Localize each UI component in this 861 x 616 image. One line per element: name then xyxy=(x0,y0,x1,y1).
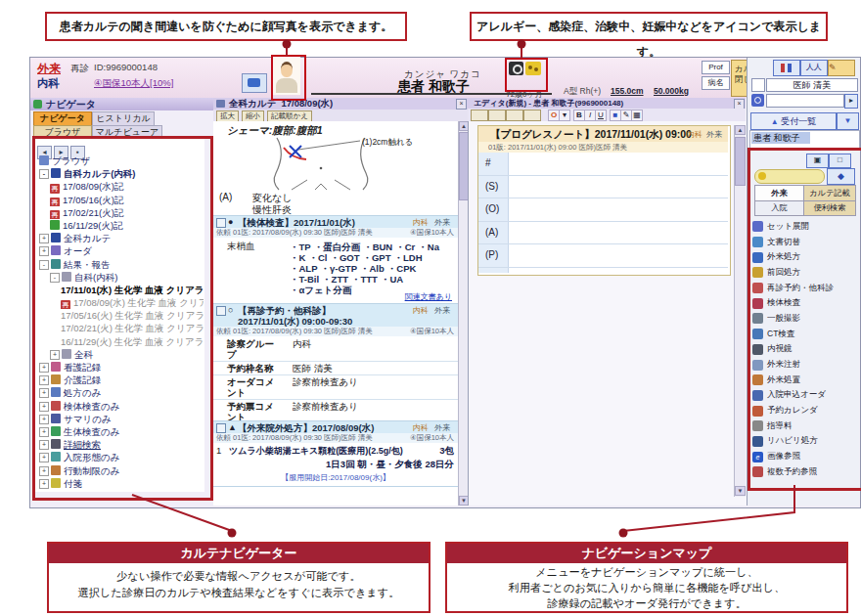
toolbar-button[interactable] xyxy=(488,110,506,121)
tree-item[interactable]: +行動制限のみ xyxy=(37,464,204,477)
tree-item[interactable]: +生体検査のみ xyxy=(37,425,204,438)
tree-expander-icon[interactable]: - xyxy=(50,273,60,283)
navmap-item[interactable]: 外来処置 xyxy=(752,373,856,388)
navmap-item[interactable]: 前回処方 xyxy=(752,265,856,281)
navmap-item[interactable]: e画像参照 xyxy=(752,449,856,464)
tree-item[interactable]: +全科 xyxy=(37,348,204,361)
tree-item[interactable]: -自科カルテ(内科) xyxy=(37,167,204,180)
allergy-status-icon[interactable] xyxy=(525,62,541,75)
navmap-item[interactable]: 外来処方 xyxy=(752,249,856,265)
navmap-restore-button[interactable]: □ xyxy=(829,154,851,168)
tab-karte-entry[interactable]: カルテ記載 xyxy=(803,185,856,201)
tree-expander-icon[interactable]: + xyxy=(39,427,49,437)
section-checkbox-icon[interactable] xyxy=(216,423,226,433)
toolbar-button[interactable] xyxy=(506,110,523,121)
profile-button[interactable]: Prof xyxy=(702,61,730,74)
tree-expander-icon[interactable]: - xyxy=(39,169,49,179)
scroll-down-icon[interactable]: ▼ xyxy=(735,486,746,496)
navmap-item[interactable]: 入院申込オーダ xyxy=(752,388,856,404)
soap-row[interactable]: (O) xyxy=(478,198,728,222)
section-prescription-header[interactable]: ▲ 【外来院外処方】2017/08/09(水) 内科 外来 xyxy=(213,420,458,434)
tab-historical[interactable]: ヒストリカル xyxy=(92,111,155,126)
navmap-item[interactable]: セット展開 xyxy=(752,219,856,235)
soap-row[interactable]: (P) xyxy=(478,244,728,268)
tree-expander-icon[interactable]: - xyxy=(39,260,49,270)
tree-item[interactable]: +処方のみ xyxy=(37,386,204,399)
editor-scrollbar[interactable]: ▲ ▼ xyxy=(734,125,746,497)
tree-item[interactable]: -結果・報告 xyxy=(37,258,204,271)
tab-browser[interactable]: ブラウザ xyxy=(33,125,92,140)
toolbar-button[interactable] xyxy=(523,110,541,121)
tab-navigator[interactable]: ナビゲータ xyxy=(33,111,92,126)
photo-tool-button[interactable] xyxy=(242,73,267,93)
tree-item[interactable]: +付箋 xyxy=(37,477,204,490)
tree-item[interactable]: -自科(内科) xyxy=(37,271,204,284)
tree-item[interactable]: ブラウザ xyxy=(37,154,204,167)
tree-expander-icon[interactable]: + xyxy=(39,246,49,256)
close-icon[interactable]: × xyxy=(456,99,467,110)
patient-height[interactable]: 155.0cm xyxy=(611,86,644,96)
navmap-item[interactable]: CT検査 xyxy=(752,327,856,342)
tab-inpatient[interactable]: 入院 xyxy=(754,200,804,216)
tree-item[interactable]: +全科カルテ xyxy=(37,232,204,244)
underline-icon[interactable]: U xyxy=(595,110,607,121)
tree-item[interactable]: 再17/02/21(火)記 xyxy=(37,206,204,219)
navmap-item[interactable]: 一般撮影 xyxy=(752,311,856,327)
tree-item[interactable]: +詳細検索 xyxy=(37,438,204,451)
tree-item[interactable]: 16/11/29(火) 生化学 血液 クリアランス xyxy=(37,335,204,348)
tree-item[interactable]: +介護記録 xyxy=(37,374,204,386)
scroll-up-icon[interactable]: ▲ xyxy=(735,125,746,135)
patient-weight[interactable]: 50.000kg xyxy=(654,86,689,96)
tree-item[interactable]: +入院形態のみ xyxy=(37,451,204,463)
tree-expander-icon[interactable]: + xyxy=(39,466,49,476)
navmap-window-button[interactable]: ▣ xyxy=(806,154,829,168)
patient-search-input[interactable] xyxy=(766,94,844,108)
tree-expander-icon[interactable]: + xyxy=(39,402,49,412)
tree-expander-icon[interactable]: + xyxy=(39,415,49,424)
tree-item[interactable]: 17/05/16(火) 生化学 血液 クリアランス xyxy=(37,309,204,322)
navmap-item[interactable]: リハビリ処方 xyxy=(752,434,856,450)
navmap-favorite-bar[interactable] xyxy=(754,169,825,184)
tree-item[interactable]: 16/11/29(火)記 xyxy=(37,219,204,232)
tab-quick-search[interactable]: 便利検索 xyxy=(803,200,856,216)
section-lab-header[interactable]: ● 【検体検査】2017/11/01(水) 内科 外来 xyxy=(213,215,458,229)
navmap-item[interactable]: 内視鏡 xyxy=(752,342,856,358)
tree-expander-icon[interactable]: + xyxy=(39,375,49,385)
tree-expander-icon[interactable]: + xyxy=(39,363,49,373)
tab-multiviewer[interactable]: マルチビューア xyxy=(92,125,162,140)
tree-item[interactable]: +オーダ xyxy=(37,244,204,257)
navmap-item[interactable]: 検体検査 xyxy=(752,295,856,311)
insurance-label[interactable]: ④国保10本人[10%] xyxy=(94,77,173,90)
pregnancy-status-icon[interactable] xyxy=(509,62,523,75)
tree-item[interactable]: +看護記録 xyxy=(37,361,204,374)
edit-tool-button[interactable]: ✎ xyxy=(828,60,855,76)
patient-photo[interactable] xyxy=(273,57,300,95)
navmap-item[interactable]: 文書切替 xyxy=(752,235,856,250)
chart-tool-button[interactable] xyxy=(773,60,800,76)
tree-item[interactable]: 再17/05/16(火)記 xyxy=(37,194,204,206)
navmap-item[interactable]: 外来注射 xyxy=(752,357,856,373)
tree-item[interactable]: 再17/08/09(水)記 xyxy=(37,180,204,193)
staff-tool-button[interactable]: 人人 xyxy=(800,60,828,76)
tree-expander-icon[interactable]: + xyxy=(39,388,49,398)
reception-list-button[interactable]: ▲ 受付一覧 xyxy=(750,112,837,130)
reception-dropdown[interactable]: ▼ xyxy=(837,112,859,130)
tab-outpatient[interactable]: 外来 xyxy=(754,185,804,201)
tree-expander-icon[interactable]: + xyxy=(39,453,49,462)
disease-name-button[interactable]: 病名 xyxy=(702,76,730,90)
tree-item[interactable]: 再17/08/09(水) 生化学 血液 クリアランス xyxy=(37,296,204,309)
navmap-item[interactable]: 予約カレンダ xyxy=(752,403,856,418)
tree-expander-icon[interactable]: + xyxy=(39,479,49,489)
navmap-item[interactable]: 複数予約参照 xyxy=(752,464,856,480)
doctor-name-field[interactable]: 医師 清美 xyxy=(766,78,858,92)
tree-expander-icon[interactable]: + xyxy=(50,350,60,360)
tree-expander-icon[interactable]: + xyxy=(39,234,49,243)
navmap-pin-button[interactable]: ◆ xyxy=(827,168,855,185)
tree-item[interactable]: +サマリのみ xyxy=(37,413,204,425)
section-checkbox-icon[interactable] xyxy=(216,306,226,316)
navmap-item[interactable]: 指導料 xyxy=(752,418,856,434)
table-icon[interactable]: ▦ xyxy=(631,110,643,121)
tree-expander-icon[interactable]: + xyxy=(39,440,49,450)
print-icon[interactable] xyxy=(216,100,225,108)
section-checkbox-icon[interactable] xyxy=(216,218,226,228)
